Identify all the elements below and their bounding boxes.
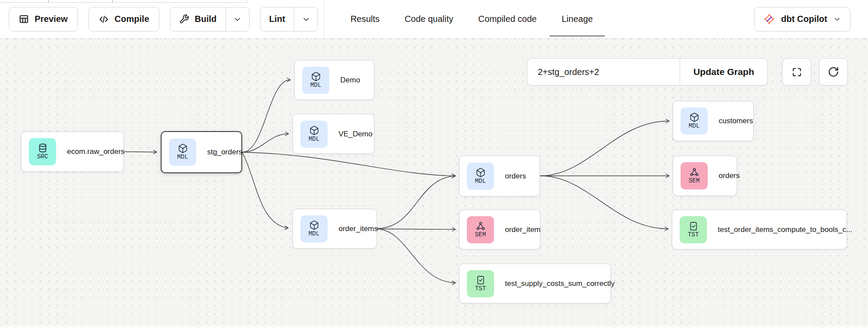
pane-edge-tick xyxy=(112,0,113,3)
preview-button[interactable]: Preview xyxy=(9,7,78,32)
toolbar: Preview Compile Build xyxy=(0,0,868,39)
node-ecom-raw-orders[interactable]: SRC ecom.raw_orders xyxy=(21,132,124,172)
test-checklist-icon xyxy=(476,275,486,285)
node-label: orders xyxy=(505,172,526,181)
node-stg-orders[interactable]: MDL stg_orders xyxy=(161,131,242,173)
node-label: ecom.raw_orders xyxy=(67,147,124,156)
tab-results[interactable]: Results xyxy=(350,0,380,38)
node-type-label: MDL xyxy=(475,178,486,185)
node-label: orders xyxy=(719,171,740,180)
lint-dropdown-toggle[interactable] xyxy=(294,7,318,31)
node-type-label: SEM xyxy=(688,177,699,184)
node-demo[interactable]: MDL Demo xyxy=(294,60,374,100)
tab-lineage-label: Lineage xyxy=(561,14,593,24)
cube-icon xyxy=(309,220,319,230)
build-split-button: Build xyxy=(170,7,250,32)
build-dropdown-toggle[interactable] xyxy=(226,7,249,31)
node-type-label: MDL xyxy=(310,82,321,89)
refresh-button[interactable] xyxy=(819,58,848,86)
model-badge: MDL xyxy=(302,67,329,94)
cube-icon xyxy=(309,125,319,135)
node-orders-model[interactable]: MDL orders xyxy=(459,156,540,196)
node-type-label: MDL xyxy=(177,153,188,160)
bottom-pane-edge xyxy=(0,324,868,328)
dbt-copilot-label: dbt Copilot xyxy=(781,14,827,24)
lineage-selector-group: Update Graph xyxy=(527,58,768,86)
lint-button-label: Lint xyxy=(269,14,286,24)
chevron-down-icon xyxy=(233,15,242,24)
node-type-label: TST xyxy=(688,231,699,238)
node-label: VE_Demo xyxy=(339,130,372,139)
node-customers[interactable]: MDL customers xyxy=(673,101,754,141)
test-badge: TST xyxy=(467,270,494,297)
compile-button[interactable]: Compile xyxy=(88,7,159,32)
node-label: order_item xyxy=(505,225,540,234)
table-icon xyxy=(19,14,29,24)
node-type-label: MDL xyxy=(308,230,319,237)
result-tabs: Results Code quality Compiled code Linea… xyxy=(350,0,593,38)
test-checklist-icon xyxy=(688,221,699,231)
action-button-group: Preview Compile Build xyxy=(9,7,318,32)
semantic-graph-icon xyxy=(476,221,486,231)
semantic-badge: SEM xyxy=(681,162,708,189)
tab-results-label: Results xyxy=(350,14,380,24)
node-ve-demo[interactable]: MDL VE_Demo xyxy=(293,114,374,154)
edge-stg-orders-to-order-items xyxy=(242,152,288,228)
test-badge: TST xyxy=(680,216,707,243)
preview-button-label: Preview xyxy=(35,14,68,24)
edge-order-items-to-test-supply xyxy=(377,229,455,283)
database-icon xyxy=(38,143,48,153)
build-button-label: Build xyxy=(195,14,217,24)
lint-button[interactable]: Lint xyxy=(261,7,294,31)
code-icon xyxy=(99,14,109,25)
node-label: order_items xyxy=(339,225,378,233)
lineage-canvas[interactable]: SRC ecom.raw_orders MDL stg_orders MDL xyxy=(0,39,868,324)
wrench-icon xyxy=(179,14,189,24)
node-type-label: SRC xyxy=(37,153,48,160)
edge-orders-to-customers xyxy=(540,121,669,176)
edge-stg-orders-to-demo xyxy=(242,80,290,152)
cube-icon xyxy=(476,168,486,178)
source-badge: SRC xyxy=(29,138,56,165)
build-button[interactable]: Build xyxy=(170,7,226,31)
node-test-order-items[interactable]: TST test_order_items_compute_to_bools_c.… xyxy=(672,210,847,250)
update-graph-button[interactable]: Update Graph xyxy=(680,59,767,85)
dbt-ide-lineage-pane: Preview Compile Build xyxy=(0,0,868,328)
semantic-badge: SEM xyxy=(467,216,494,243)
model-badge: MDL xyxy=(681,107,708,135)
lint-split-button: Lint xyxy=(260,7,318,32)
cube-icon xyxy=(311,71,321,82)
compile-button-label: Compile xyxy=(115,14,149,24)
toolbar-divider xyxy=(324,0,324,38)
node-label: Demo xyxy=(340,76,360,85)
node-label: stg_orders xyxy=(207,148,242,157)
node-type-label: MDL xyxy=(308,135,319,143)
tab-compiled-code[interactable]: Compiled code xyxy=(478,0,536,38)
edge-orders-to-test-order-items xyxy=(540,176,668,229)
dbt-logo-icon xyxy=(763,13,775,25)
pane-edge-tick xyxy=(48,0,49,3)
node-orders-semantic[interactable]: SEM orders xyxy=(673,156,737,196)
model-badge: MDL xyxy=(300,215,328,242)
node-order-items[interactable]: MDL order_items xyxy=(293,209,377,249)
edge-stg-orders-to-orders xyxy=(242,152,455,176)
node-type-label: SEM xyxy=(475,231,486,238)
lineage-selector-input[interactable] xyxy=(527,59,680,85)
model-badge: MDL xyxy=(467,163,494,190)
update-graph-label: Update Graph xyxy=(693,67,754,77)
node-label: test_order_items_compute_to_bools_c... xyxy=(718,225,852,234)
model-badge: MDL xyxy=(169,139,196,166)
model-badge: MDL xyxy=(300,121,328,148)
edge-order-items-to-orders xyxy=(377,176,455,228)
dbt-copilot-button[interactable]: dbt Copilot xyxy=(754,7,850,32)
chevron-down-icon xyxy=(302,15,311,24)
tab-lineage[interactable]: Lineage xyxy=(561,0,593,38)
fullscreen-button[interactable] xyxy=(782,58,811,86)
semantic-graph-icon xyxy=(689,167,699,177)
tab-code-quality[interactable]: Code quality xyxy=(405,0,453,38)
node-order-item-semantic[interactable]: SEM order_item xyxy=(459,210,540,250)
node-label: test_supply_costs_sum_correctly xyxy=(505,279,614,288)
node-type-label: TST xyxy=(475,285,486,292)
maximize-icon xyxy=(791,67,802,78)
node-test-supply-costs[interactable]: TST test_supply_costs_sum_correctly xyxy=(459,264,611,303)
